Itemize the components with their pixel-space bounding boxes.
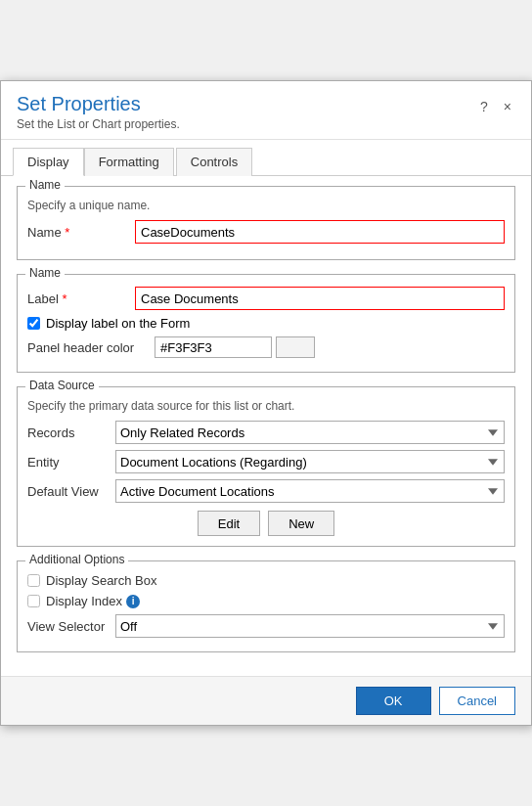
additional-options-inner: Display Search Box Display Index i View … [27,573,505,638]
entity-label: Entity [27,455,115,470]
set-properties-dialog: Set Properties Set the List or Chart pro… [0,80,532,726]
info-icon[interactable]: i [126,595,140,608]
dialog-title: Set Properties [17,93,180,115]
label-section: Name Label * Display label on the Form P… [17,274,515,373]
name-input[interactable] [135,220,505,244]
dialog-header: Set Properties Set the List or Chart pro… [1,81,531,140]
records-label: Records [27,425,115,440]
display-index-checkbox[interactable] [27,595,40,607]
default-view-label: Default View [27,484,115,499]
data-source-inner: Specify the primary data source for this… [27,399,505,536]
label-input[interactable] [135,287,505,310]
data-source-section: Data Source Specify the primary data sou… [17,386,515,547]
display-search-box-row: Display Search Box [27,573,505,588]
data-source-actions: Edit New [27,511,505,536]
display-label-text: Display label on the Form [46,316,190,331]
label-section-inner: Label * Display label on the Form Panel … [27,287,505,358]
panel-header-color-swatch [276,336,315,358]
ok-button[interactable]: OK [356,687,431,715]
panel-header-color-row: Panel header color [27,336,505,358]
panel-header-color-input[interactable] [155,336,272,358]
additional-options-section: Additional Options Display Search Box Di… [17,560,515,652]
edit-button[interactable]: Edit [198,511,260,536]
dialog-body: Display Formatting Controls Name Specify… [1,148,531,676]
tab-formatting[interactable]: Formatting [84,148,174,176]
display-index-label: Display Index [46,594,122,608]
records-select[interactable]: Only Related Records All Record Types [115,421,505,444]
records-row: Records Only Related Records All Record … [27,421,505,444]
dialog-header-actions: ? × [476,97,515,116]
display-label-row: Display label on the Form [27,316,505,331]
dialog-subtitle: Set the List or Chart properties. [17,117,180,131]
default-view-row: Default View Active Document Locations [27,479,505,503]
panel-header-color-label: Panel header color [27,340,155,355]
display-search-box-checkbox[interactable] [27,574,40,587]
label-row: Label * [27,287,505,310]
help-button[interactable]: ? [476,97,492,116]
name-section-legend: Name [25,178,65,192]
display-search-box-label: Display Search Box [46,573,156,588]
data-source-legend: Data Source [25,379,99,392]
tab-display[interactable]: Display [13,148,84,176]
default-view-select[interactable]: Active Document Locations [115,479,505,503]
label-section-legend: Name [25,266,65,280]
close-button[interactable]: × [500,97,515,116]
dialog-footer: OK Cancel [1,676,531,725]
tabs-bar: Display Formatting Controls [1,148,531,176]
label-label: Label * [27,291,135,306]
name-row: Name * [27,220,505,244]
view-selector-label: View Selector [27,619,115,634]
entity-select[interactable]: Document Locations (Regarding) [115,450,505,473]
view-selector-row: View Selector Off On Show Selected View [27,614,505,638]
data-source-description: Specify the primary data source for this… [27,399,505,413]
entity-row: Entity Document Locations (Regarding) [27,450,505,473]
tab-controls[interactable]: Controls [176,148,252,176]
name-section: Name Specify a unique name. Name * [17,186,515,260]
view-selector-select[interactable]: Off On Show Selected View [115,614,505,638]
name-label: Name * [27,225,135,240]
cancel-button[interactable]: Cancel [439,687,515,715]
new-button[interactable]: New [268,511,334,536]
name-description: Specify a unique name. [27,199,505,212]
dialog-title-group: Set Properties Set the List or Chart pro… [17,93,180,131]
additional-options-legend: Additional Options [25,553,128,566]
tab-content: Name Specify a unique name. Name * Name [1,176,531,676]
name-section-inner: Specify a unique name. Name * [27,199,505,244]
display-label-checkbox[interactable] [27,317,40,330]
display-index-row: Display Index i [27,594,505,608]
